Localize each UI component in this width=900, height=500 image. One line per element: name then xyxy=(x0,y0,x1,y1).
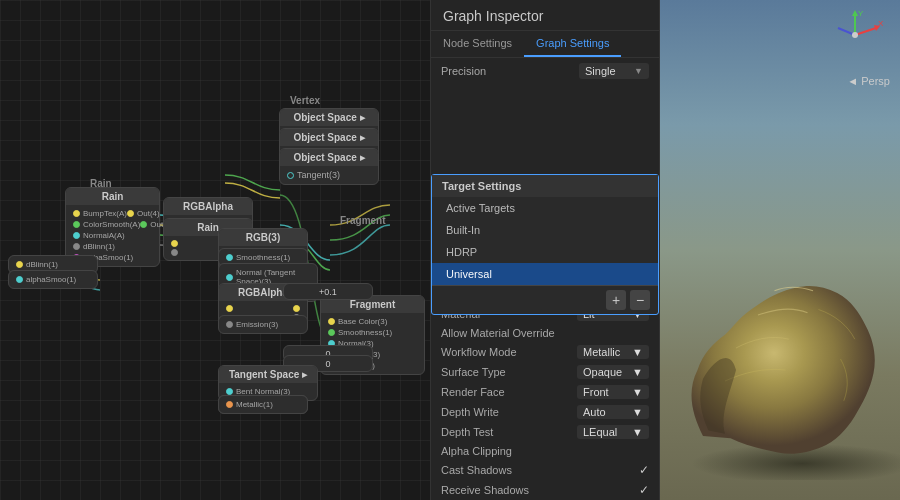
dropdown-item-active-targets[interactable]: Active Targets xyxy=(432,197,658,219)
port-dot xyxy=(16,261,23,268)
num-1-value: +0.1 xyxy=(319,287,337,297)
dropdown-item-builtin[interactable]: Built-In xyxy=(432,219,658,241)
port: NormalA(A) xyxy=(70,230,155,241)
receive-shadows-check: ✓ xyxy=(639,483,649,497)
inspector-tabs: Node Settings Graph Settings xyxy=(431,31,659,58)
port-dot xyxy=(287,172,294,179)
port-dot xyxy=(328,329,335,336)
workflow-row: Workflow Mode Metallic ▼ xyxy=(431,342,659,362)
depth-write-arrow: ▼ xyxy=(632,406,643,418)
precision-value[interactable]: Single ▼ xyxy=(579,63,649,79)
depth-test-row: Depth Test LEqual ▼ xyxy=(431,422,659,442)
receive-shadows-row: Receive Shadows ✓ xyxy=(431,480,659,500)
workflow-dropdown[interactable]: Metallic ▼ xyxy=(577,345,649,359)
port: Smoothness(1) xyxy=(223,252,303,263)
port: Smoothness(1) xyxy=(325,327,420,338)
port-dot xyxy=(226,388,233,395)
port-dot xyxy=(127,210,134,217)
vertex-label: Vertex xyxy=(290,95,320,106)
depth-write-row: Depth Write Auto ▼ xyxy=(431,402,659,422)
port-dot xyxy=(171,240,178,247)
allow-material-label: Allow Material Override xyxy=(441,327,649,339)
alpha-clipping-label: Alpha Clipping xyxy=(441,445,649,457)
dropdown-section-header: Target Settings xyxy=(432,175,658,197)
svg-text:Y: Y xyxy=(858,9,864,18)
rock-svg xyxy=(670,260,900,480)
persp-label: ◄ Persp xyxy=(847,75,890,87)
dropdown-footer: + − xyxy=(432,285,658,314)
vertex-node-3-header: Object Space ▸ xyxy=(280,149,378,166)
port-dot xyxy=(73,210,80,217)
port-dot xyxy=(226,321,233,328)
tab-graph-settings[interactable]: Graph Settings xyxy=(524,31,621,57)
port-dot xyxy=(226,401,233,408)
port: BumpTex(A) Out(4) xyxy=(70,208,155,219)
render-face-row: Render Face Front ▼ xyxy=(431,382,659,402)
workflow-label: Workflow Mode xyxy=(441,346,577,358)
port: Base Color(3) xyxy=(325,316,420,327)
inspector-title: Graph Inspector xyxy=(431,0,659,31)
render-face-arrow: ▼ xyxy=(632,386,643,398)
port: Emission(3) xyxy=(223,319,303,330)
emission-node[interactable]: Emission(3) xyxy=(218,315,308,334)
dropdown-item-universal[interactable]: Universal xyxy=(432,263,658,285)
frag-node-1-header: RGB(3) xyxy=(219,229,307,246)
port-dot xyxy=(73,221,80,228)
port-dot xyxy=(226,274,233,281)
vertex-node-1-header: Object Space ▸ xyxy=(280,109,378,126)
port-dot xyxy=(140,221,147,228)
svg-point-7 xyxy=(852,32,858,38)
depth-write-value: Auto xyxy=(583,406,606,418)
surface-dropdown[interactable]: Opaque ▼ xyxy=(577,365,649,379)
fragment-label: Fragment xyxy=(340,215,386,226)
port: Tangent(3) xyxy=(284,169,374,181)
vertex-node-2-header: Object Space ▸ xyxy=(280,129,378,146)
port: alphaSmoo(1) xyxy=(13,274,93,285)
workflow-value: Metallic xyxy=(583,346,620,358)
dropdown-item-hdrp[interactable]: HDRP xyxy=(432,241,658,263)
inspector-panel: Graph Inspector Node Settings Graph Sett… xyxy=(430,0,660,500)
port-dot xyxy=(226,254,233,261)
receive-shadows-label: Receive Shadows xyxy=(441,484,639,496)
cast-shadows-check: ✓ xyxy=(639,463,649,477)
depth-test-label: Depth Test xyxy=(441,426,577,438)
port: ColorSmooth(A) Out(4) xyxy=(70,219,155,230)
port: dBlinn(1) xyxy=(13,259,93,270)
dropdown-add-button[interactable]: + xyxy=(606,290,626,310)
surface-row: Surface Type Opaque ▼ xyxy=(431,362,659,382)
port xyxy=(223,304,303,313)
surface-value: Opaque xyxy=(583,366,622,378)
port: dBlinn(1) xyxy=(70,241,155,252)
allow-material-row: Allow Material Override xyxy=(431,324,659,342)
surface-arrow: ▼ xyxy=(632,366,643,378)
depth-test-value: LEqual xyxy=(583,426,617,438)
render-face-label: Render Face xyxy=(441,386,577,398)
port-dot xyxy=(328,318,335,325)
precision-row: Precision Single ▼ xyxy=(431,58,659,84)
cast-shadows-row: Cast Shadows ✓ xyxy=(431,460,659,480)
tab-node-settings[interactable]: Node Settings xyxy=(431,31,524,57)
render-face-dropdown[interactable]: Front ▼ xyxy=(577,385,649,399)
port-dot xyxy=(226,305,233,312)
left-node-2[interactable]: alphaSmoo(1) xyxy=(8,270,98,289)
rain-main-header: Rain xyxy=(66,188,159,205)
vertex-node-3[interactable]: Object Space ▸ Tangent(3) xyxy=(279,148,379,185)
viewport-gizmo[interactable]: Y X xyxy=(828,8,888,68)
depth-write-dropdown[interactable]: Auto ▼ xyxy=(577,405,649,419)
rgba-header: RGBAlpha xyxy=(164,198,252,215)
metallic-node[interactable]: Metallic(1) xyxy=(218,395,308,414)
port-dot xyxy=(73,232,80,239)
render-face-value: Front xyxy=(583,386,609,398)
cast-shadows-label: Cast Shadows xyxy=(441,464,639,476)
depth-test-dropdown[interactable]: LEqual ▼ xyxy=(577,425,649,439)
targets-dropdown[interactable]: Target Settings Active Targets Built-In … xyxy=(431,174,659,315)
svg-text:X: X xyxy=(878,19,883,28)
node-graph[interactable]: Vertex Fragment Rain Object Space ▸ Posi… xyxy=(0,0,430,500)
dropdown-remove-button[interactable]: − xyxy=(630,290,650,310)
port-dot xyxy=(73,243,80,250)
tangent-header: Tangent Space ▸ xyxy=(219,366,317,383)
svg-line-3 xyxy=(855,28,876,35)
port: Metallic(1) xyxy=(223,399,303,410)
port-dot xyxy=(293,305,300,312)
num-node-1[interactable]: +0.1 xyxy=(283,283,373,300)
